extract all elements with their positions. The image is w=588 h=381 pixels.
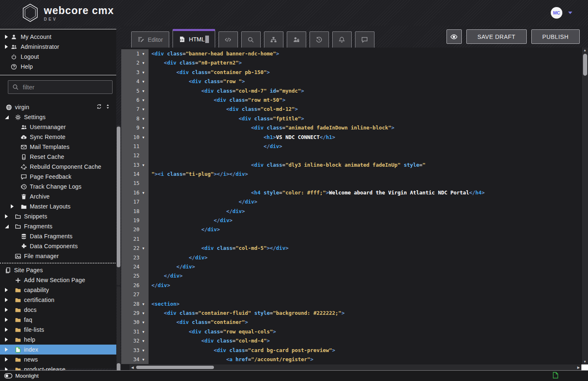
- site-page-add-new-section-page[interactable]: Add New Section Page: [0, 275, 116, 285]
- site-page-news[interactable]: news: [0, 355, 116, 364]
- code-line-26[interactable]: 26 </div>: [121, 281, 588, 290]
- code-line-19[interactable]: 19 </div>: [121, 216, 588, 225]
- expand-arrow-icon[interactable]: [5, 318, 8, 322]
- tree-item-reset-cache[interactable]: Reset Cache: [0, 152, 116, 162]
- code-line-12[interactable]: 12: [121, 151, 588, 160]
- fold-arrow-icon[interactable]: ▼: [142, 96, 149, 105]
- code-line-1[interactable]: 1 ▼ <div class="banner-head banner-ndc-h…: [121, 49, 588, 58]
- code-line-13[interactable]: 13 ▼ <div class="dly3 inline-block anima…: [121, 161, 588, 170]
- expand-arrow-icon[interactable]: [5, 35, 8, 39]
- account-menu-item-logout[interactable]: Logout: [0, 52, 116, 62]
- filter-input[interactable]: [23, 84, 106, 91]
- theme-toggle[interactable]: Moonlight: [4, 373, 38, 379]
- code-line-16[interactable]: 16 ▼ <h4 style="color: #fff;">Welcome ab…: [121, 188, 588, 197]
- code-line-32[interactable]: 32 ▼ <div class="col-md-4">: [121, 336, 588, 345]
- expand-arrow-icon[interactable]: [5, 338, 8, 342]
- site-page-faq[interactable]: faq: [0, 315, 116, 325]
- site-page-file-lists[interactable]: file-lists: [0, 325, 116, 335]
- fold-arrow-icon[interactable]: ▼: [142, 346, 149, 355]
- horizontal-scroll-thumb[interactable]: [136, 366, 214, 369]
- fold-arrow-icon[interactable]: ▼: [142, 188, 149, 197]
- code-line-7[interactable]: 7 ▼ <div class="col-md-12">: [121, 105, 588, 114]
- fold-arrow-icon[interactable]: ▼: [142, 86, 149, 96]
- tree-item-data-components[interactable]: Data Components: [0, 241, 116, 251]
- site-pages-scrollbar[interactable]: [117, 286, 120, 381]
- collapse-arrow-icon[interactable]: [5, 225, 9, 228]
- expand-arrow-icon[interactable]: [5, 308, 8, 312]
- tab-history[interactable]: [310, 31, 329, 48]
- vertical-scroll-thumb[interactable]: [583, 54, 587, 76]
- tree-item-master-layouts[interactable]: Master Layouts: [0, 201, 116, 211]
- tree-item-sync-remote[interactable]: Sync Remote: [0, 132, 116, 142]
- code-line-6[interactable]: 6 ▼ <div class="row mt-50">: [121, 96, 588, 105]
- fold-arrow-icon[interactable]: ▼: [142, 355, 149, 364]
- scroll-up-arrow-icon[interactable]: ▲: [582, 48, 588, 53]
- tab-search[interactable]: [241, 31, 261, 48]
- refresh-icon[interactable]: [96, 104, 102, 110]
- fold-arrow-icon[interactable]: ▼: [142, 336, 149, 345]
- code-line-15[interactable]: 15: [121, 179, 588, 188]
- collapse-arrow-icon[interactable]: [5, 115, 9, 119]
- code-line-27[interactable]: 27: [121, 290, 588, 299]
- site-page-capability[interactable]: capability: [0, 285, 116, 295]
- tree-item-usermanager[interactable]: Usermanager: [0, 122, 116, 132]
- avatar-menu-caret-icon[interactable]: [568, 12, 572, 14]
- site-page-help[interactable]: help: [0, 335, 116, 345]
- tree-scrollbar[interactable]: [117, 125, 120, 285]
- code-line-28[interactable]: 28 ▼ <section>: [121, 300, 588, 309]
- code-line-22[interactable]: 22 ▼ <div class="col-md-5"></div>: [121, 244, 588, 253]
- fold-arrow-icon[interactable]: ▼: [142, 58, 149, 67]
- fold-arrow-icon[interactable]: ▼: [142, 309, 149, 318]
- fold-arrow-icon[interactable]: ▼: [142, 318, 149, 327]
- tree-item-file-manager[interactable]: File manager: [0, 251, 116, 261]
- code-line-25[interactable]: 25 </div>: [121, 271, 588, 280]
- avatar[interactable]: MC: [551, 7, 562, 19]
- code-line-9[interactable]: 9 ▼ <div class="animated fadeInDown inli…: [121, 123, 588, 132]
- tab-sitemap[interactable]: [264, 31, 283, 48]
- code-line-23[interactable]: 23 </div>: [121, 253, 588, 262]
- fold-arrow-icon[interactable]: ▼: [142, 161, 149, 170]
- code-line-24[interactable]: 24 </div>: [121, 262, 588, 271]
- scroll-right-arrow-icon[interactable]: ▶: [576, 366, 581, 369]
- save-draft-button[interactable]: SAVE DRAFT: [466, 29, 527, 44]
- account-menu-item-my-account[interactable]: My Account: [0, 32, 116, 42]
- tree-item-mail-templates[interactable]: Mail Templates: [0, 142, 116, 152]
- tab-html[interactable]: HTML: [173, 29, 215, 48]
- sort-icon[interactable]: [105, 104, 110, 110]
- code-line-21[interactable]: 21: [121, 235, 588, 244]
- fold-arrow-icon[interactable]: ▼: [142, 327, 149, 336]
- code-line-10[interactable]: 10 ▼ <h1>VS NDC CONNECT</h1>: [121, 133, 588, 142]
- expand-arrow-icon[interactable]: [5, 347, 8, 352]
- code-line-20[interactable]: 20 </div>: [121, 225, 588, 234]
- fold-arrow-icon[interactable]: ▼: [142, 300, 149, 309]
- preview-button[interactable]: [446, 29, 462, 44]
- expand-arrow-icon[interactable]: [5, 288, 8, 292]
- tab-notifications[interactable]: [332, 31, 352, 48]
- site-pages-header[interactable]: Site Pages: [0, 265, 116, 275]
- editor-vertical-scrollbar[interactable]: ▲ ▼: [581, 48, 588, 364]
- account-menu-item-admininstrator[interactable]: Admininstrator: [0, 42, 116, 52]
- fold-arrow-icon[interactable]: ▼: [142, 105, 149, 114]
- expand-arrow-icon[interactable]: [5, 328, 8, 332]
- tree-item-page-feedback[interactable]: Page Feedback: [0, 172, 116, 182]
- code-line-2[interactable]: 2 ▼ <div class="n0-pattern2">: [121, 58, 588, 67]
- code-line-17[interactable]: 17 </div>: [121, 197, 588, 206]
- tree-item-archive[interactable]: Archive: [0, 192, 116, 201]
- code-line-11[interactable]: 11 </div>: [121, 142, 588, 151]
- code-editor[interactable]: 1 ▼ <div class="banner-head banner-ndc-h…: [121, 48, 588, 370]
- code-line-29[interactable]: 29 ▼ <div class="container-fluid" style=…: [121, 309, 588, 318]
- fold-arrow-icon[interactable]: ▼: [142, 68, 149, 77]
- tree-item-track-change-logs[interactable]: Track Change Logs: [0, 182, 116, 192]
- site-page-certification[interactable]: certification: [0, 295, 116, 305]
- fold-arrow-icon[interactable]: ▼: [142, 49, 149, 58]
- tab-editor[interactable]: Editor: [131, 31, 169, 48]
- code-line-31[interactable]: 31 ▼ <div class="row equal-cols">: [121, 327, 588, 336]
- tree-item-rebuild-component-cache[interactable]: Rebuild Component Cache: [0, 162, 116, 172]
- publish-button[interactable]: PUBLISH: [531, 29, 580, 44]
- fold-arrow-icon[interactable]: ▼: [142, 77, 149, 86]
- fold-arrow-icon[interactable]: ▼: [142, 114, 149, 123]
- tree-item-snippets[interactable]: Snippets: [0, 211, 116, 221]
- editor-horizontal-scrollbar[interactable]: ◀ ▶: [130, 364, 581, 370]
- scroll-left-arrow-icon[interactable]: ◀: [130, 366, 135, 369]
- expand-arrow-icon[interactable]: [5, 298, 8, 302]
